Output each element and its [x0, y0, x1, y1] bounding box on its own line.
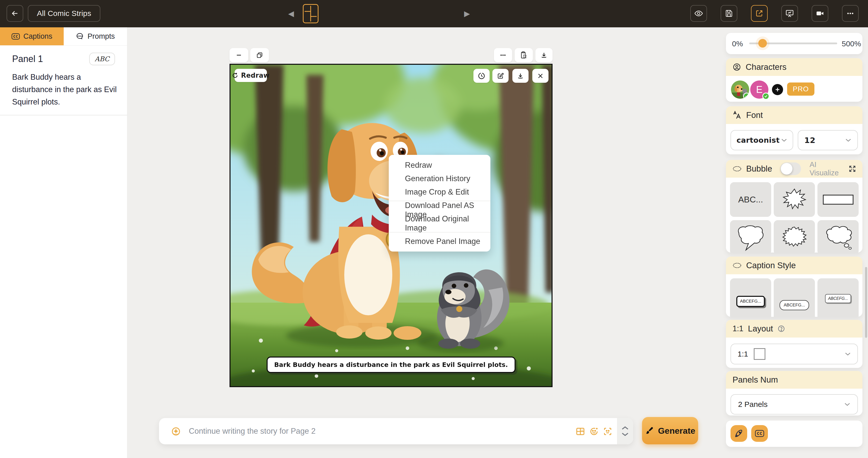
ellipsis-icon [846, 9, 855, 18]
panels-num-header: Panels Num [726, 371, 862, 389]
layout-title: Layout [748, 324, 773, 334]
tab-captions[interactable]: Captions [0, 27, 64, 45]
paste-button[interactable] [515, 48, 533, 62]
caption-style-option-3[interactable]: ABCEFG... [817, 278, 859, 317]
page-layout-icon [304, 5, 318, 23]
chevron-up-icon [621, 426, 629, 430]
menu-item-redraw[interactable]: Redraw [389, 159, 490, 172]
sidebar-scrollbar[interactable] [865, 267, 867, 338]
menu-item-generation-history[interactable]: Generation History [389, 172, 490, 185]
composer-expand-toggle[interactable] [617, 418, 633, 444]
tab-prompts-label: Prompts [88, 32, 115, 40]
quick-actions-card [726, 421, 862, 447]
captions-toggle-button[interactable] [751, 425, 768, 442]
eye-icon [694, 9, 703, 18]
zoom-slider-thumb[interactable] [758, 39, 767, 48]
download-page-button[interactable] [535, 48, 553, 62]
bubble-icon [733, 166, 742, 172]
bubble-style-burst[interactable] [774, 182, 815, 217]
caption-style-card: Caption Style ABCEFG... ABCEFG... ABCEFG… [726, 257, 862, 317]
zoom-slider-card: 0% 500% [726, 33, 862, 54]
chevron-down-icon [621, 432, 629, 436]
save-button[interactable] [721, 5, 737, 22]
menu-item-image-crop-edit[interactable]: Image Crop & Edit [389, 185, 490, 199]
speech-bubble-icon [735, 224, 767, 252]
caption-sample-italic: ABCEFG... [825, 294, 851, 303]
publish-button[interactable] [731, 425, 747, 442]
panel-history-button[interactable] [473, 69, 490, 83]
story-prompt-input[interactable] [189, 418, 720, 444]
font-title: Font [746, 110, 763, 120]
caption-style-option-1[interactable]: ABCEFG... [730, 278, 771, 317]
redraw-button[interactable]: Redraw [235, 69, 267, 82]
video-button[interactable] [812, 5, 828, 22]
generate-button[interactable]: Generate [642, 417, 698, 444]
character-avatar-dog[interactable] [731, 81, 749, 99]
panel-more-button[interactable] [494, 48, 512, 62]
bubble-style-rectangle[interactable] [817, 182, 859, 217]
clock-icon [478, 72, 485, 80]
chevron-down-icon [845, 138, 851, 142]
share-button[interactable] [751, 5, 768, 22]
redraw-label: Redraw [241, 71, 270, 79]
download-icon [540, 52, 548, 59]
add-character-button[interactable] [772, 84, 783, 95]
panel-download-button[interactable] [513, 69, 529, 83]
chevron-down-icon [781, 138, 787, 142]
layout-ratio-label: 1:1 [733, 324, 743, 333]
bubble-title: Bubble [746, 164, 772, 174]
bubble-style-thought[interactable] [817, 220, 859, 253]
next-page-arrow[interactable]: ▶ [464, 9, 470, 18]
rocket-icon [734, 429, 743, 438]
panel-caption-bubble[interactable]: Bark Buddy hears a disturbance in the pa… [267, 356, 516, 373]
bubble-style-speech[interactable] [730, 220, 771, 253]
tab-captions-label: Captions [24, 32, 52, 40]
presentation-button[interactable] [781, 5, 798, 22]
help-icon[interactable] [777, 325, 785, 333]
prev-page-arrow[interactable]: ◀ [288, 9, 294, 18]
add-emoji-icon[interactable] [589, 427, 599, 436]
check-badge-icon [743, 93, 749, 99]
tab-prompts[interactable]: Prompts [64, 27, 127, 45]
bubble-style-spiky[interactable] [774, 220, 815, 253]
all-comic-strips-button[interactable]: All Comic Strips [28, 5, 100, 22]
font-header: Font [726, 106, 862, 124]
burst-bubble-icon [779, 188, 810, 212]
chevron-down-icon [844, 403, 850, 406]
paintbrush-icon [645, 426, 654, 435]
page-layout-thumbnail[interactable] [303, 4, 318, 23]
share-icon [755, 9, 764, 18]
panels-num-dropdown[interactable]: 2 Panels [731, 394, 858, 414]
layout-card: 1:1 Layout 1:1 [726, 320, 862, 368]
menu-item-download-original[interactable]: Download Original Image [389, 217, 490, 230]
pro-badge[interactable]: PRO [787, 83, 814, 96]
duplicate-page-button[interactable] [250, 48, 269, 62]
video-camera-icon [815, 9, 825, 18]
font-size-dropdown[interactable]: 12 [798, 130, 858, 150]
cc-icon [755, 430, 764, 437]
panel-close-button[interactable] [532, 69, 549, 83]
font-family-dropdown[interactable]: cartoonist [731, 130, 793, 150]
character-avatar-e[interactable]: E [750, 81, 768, 99]
face-scan-icon[interactable] [603, 427, 613, 436]
menu-item-remove-panel[interactable]: Remove Panel Image [389, 235, 490, 248]
caption-style-option-2[interactable]: ABCEFG... [774, 278, 815, 317]
bubble-style-abc[interactable]: ABC... [730, 182, 771, 217]
bubble-toggle[interactable] [780, 163, 801, 175]
layout-dropdown[interactable]: 1:1 [731, 344, 858, 364]
panel-abc-badge[interactable]: ABC [89, 53, 115, 65]
clipboard-icon [520, 51, 527, 59]
left-sidebar: Captions Prompts Panel 1 ABC Bark Buddy … [0, 27, 127, 458]
layout-header: 1:1 Layout [726, 320, 862, 338]
back-button[interactable] [7, 5, 23, 22]
preview-button[interactable] [690, 5, 707, 22]
panel-grid-ai-icon[interactable]: AI [576, 427, 585, 436]
thought-bubble-icon [822, 224, 854, 252]
more-options-button[interactable] [842, 5, 859, 22]
zoom-out-button[interactable] [229, 48, 248, 62]
panel-1-title: Panel 1 [12, 54, 43, 64]
comic-editor-app: All Comic Strips ◀ ▶ [0, 0, 868, 458]
panel-caption-text[interactable]: Bark Buddy hears a disturbance in the pa… [12, 71, 118, 108]
expand-icon[interactable] [849, 165, 856, 172]
panel-edit-button[interactable] [492, 69, 508, 83]
